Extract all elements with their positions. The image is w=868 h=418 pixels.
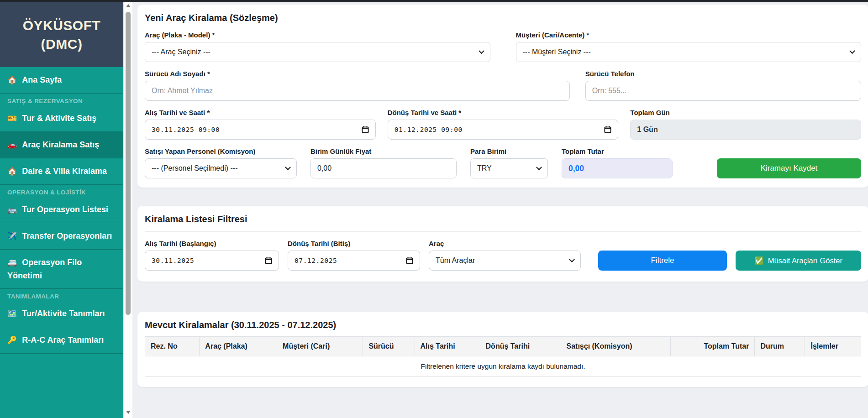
sidebar-item-operasyon-filo-yonetimi[interactable]: 🚐Operasyon Filo Yönetimi bbox=[0, 250, 123, 289]
sidebar-item-label: Tur/Aktivite Tanımları bbox=[22, 309, 105, 318]
home-icon: 🏠 bbox=[7, 76, 17, 84]
chevron-down-icon bbox=[285, 164, 291, 170]
total-days-value: 1 Gün bbox=[637, 125, 658, 134]
airplane-icon: ✈️ bbox=[7, 232, 17, 240]
show-available-vehicles-button[interactable]: ✅ Müsait Araçları Göster bbox=[736, 251, 861, 271]
total-days-label: Toplam Gün bbox=[630, 109, 861, 116]
col-header-arac-plaka: Araç (Plaka) bbox=[200, 337, 277, 356]
daily-price-input[interactable] bbox=[310, 158, 457, 178]
filter-end-date-label: Dönüş Tarihi (Bitiş) bbox=[288, 240, 420, 247]
house-icon: 🏠 bbox=[7, 167, 17, 176]
main-content: Yeni Araç Kiralama (Sözleşme) Araç (Plak… bbox=[132, 0, 868, 418]
car-icon: 🚗 bbox=[7, 141, 17, 149]
sidebar-item-label: Daire & Villa Kiralama bbox=[22, 167, 107, 176]
sidebar-item-tur-operasyon-listesi[interactable]: 🚌Tur Operasyon Listesi bbox=[0, 197, 123, 223]
world-map-icon: 🗺️ bbox=[7, 309, 17, 318]
daily-price-field: Birim Günlük Fiyat bbox=[310, 147, 457, 178]
current-rentals-title: Mevcut Kiralamalar (30.11.2025 - 07.12.2… bbox=[145, 320, 861, 330]
chevron-down-icon bbox=[479, 48, 484, 54]
daily-price-label: Birim Günlük Fiyat bbox=[310, 147, 457, 155]
bus-icon: 🚌 bbox=[7, 205, 17, 214]
driver-phone-label: Sürücü Telefon bbox=[585, 70, 861, 78]
pickup-datetime-input[interactable]: 30.11.2025 09:00 bbox=[145, 120, 376, 140]
pickup-datetime-field: Alış Tarihi ve Saati * 30.11.2025 09:00 bbox=[145, 109, 376, 140]
chevron-down-icon bbox=[569, 256, 575, 262]
salesperson-label: Satışı Yapan Personel (Komisyon) bbox=[145, 147, 297, 155]
col-header-donus-tarihi: Dönüş Tarihi bbox=[480, 337, 561, 356]
calendar-icon[interactable] bbox=[604, 126, 611, 133]
empty-results-message: Filtrelenen kritere uygun kiralama kaydı… bbox=[145, 356, 861, 377]
filter-end-date-input[interactable]: 07.12.2025 bbox=[288, 251, 420, 271]
scroll-down-icon[interactable] bbox=[126, 411, 131, 414]
sidebar-item-rac-arac-tanimlari[interactable]: 🔑R-A-C Araç Tanımları bbox=[0, 327, 123, 354]
vehicle-select[interactable]: --- Araç Seçiniz --- bbox=[145, 42, 490, 62]
ticket-icon: 🎫 bbox=[7, 114, 17, 123]
total-amount-field: Toplam Tutar bbox=[562, 147, 673, 178]
filter-start-date-input[interactable]: 30.11.2025 bbox=[145, 251, 279, 271]
rental-filter-card: Kiralama Listesi Filtresi Alış Tarihi (B… bbox=[137, 206, 868, 282]
sidebar-item-daire-villa-kiralama[interactable]: 🏠Daire & Villa Kiralama bbox=[0, 158, 123, 185]
return-datetime-input[interactable]: 01.12.2025 09:00 bbox=[388, 120, 619, 140]
driver-phone-input[interactable] bbox=[585, 81, 861, 101]
filter-end-date-value: 07.12.2025 bbox=[295, 257, 337, 264]
sidebar-item-transfer-operasyonlari[interactable]: ✈️Transfer Operasyonları bbox=[0, 223, 123, 250]
filter-button[interactable]: Filtrele bbox=[598, 251, 727, 271]
filter-vehicle-label: Araç bbox=[429, 240, 581, 247]
app-title: ÖYKÜSOFT (DMC) bbox=[6, 16, 117, 53]
rental-filter-title: Kiralama Listesi Filtresi bbox=[145, 214, 861, 225]
filter-vehicle-field: Araç Tüm Araçlar bbox=[429, 240, 581, 271]
sidebar-item-label: R-A-C Araç Tanımları bbox=[22, 335, 104, 345]
currency-select-value: TRY bbox=[477, 164, 492, 172]
sidebar-item-ana-sayfa[interactable]: 🏠Ana Sayfa bbox=[0, 67, 123, 94]
currency-select[interactable]: TRY bbox=[470, 158, 548, 178]
sidebar-item-arac-kiralama-satis[interactable]: 🚗Araç Kiralama Satış bbox=[0, 132, 123, 158]
save-rental-button[interactable]: Kiramayı Kaydet bbox=[717, 158, 861, 178]
rentals-table-header-row: Rez. No Araç (Plaka) Müşteri (Cari) Sürü… bbox=[145, 337, 861, 356]
total-amount-input[interactable] bbox=[562, 158, 673, 178]
sidebar-section-satis-rezervasyon: SATIŞ & REZERVASYON bbox=[0, 94, 123, 105]
sidebar-item-tur-aktivite-satis[interactable]: 🎫Tur & Aktivite Satış bbox=[0, 105, 123, 132]
sidebar-item-tur-aktivite-tanimlari[interactable]: 🗺️Tur/Aktivite Tanımları bbox=[0, 301, 123, 327]
divider bbox=[145, 231, 861, 232]
calendar-icon[interactable] bbox=[406, 257, 413, 264]
app-layout: ÖYKÜSOFT (DMC) 🏠Ana Sayfa SATIŞ & REZERV… bbox=[0, 0, 868, 418]
current-rentals-card: Mevcut Kiralamalar (30.11.2025 - 07.12.2… bbox=[137, 312, 868, 387]
filter-vehicle-select[interactable]: Tüm Araçlar bbox=[429, 251, 581, 271]
customer-label: Müşteri (Cari/Acente) * bbox=[516, 31, 862, 39]
rentals-table-empty-row: Filtrelenen kritere uygun kiralama kaydı… bbox=[145, 356, 861, 377]
sidebar: ÖYKÜSOFT (DMC) 🏠Ana Sayfa SATIŞ & REZERV… bbox=[0, 0, 123, 418]
vehicle-field: Araç (Plaka - Model) * --- Araç Seçiniz … bbox=[145, 31, 490, 62]
sidebar-scrollbar-thumb[interactable] bbox=[126, 12, 131, 315]
col-header-musteri-cari: Müşteri (Cari) bbox=[277, 337, 363, 356]
pickup-datetime-value: 30.11.2025 09:00 bbox=[152, 126, 220, 133]
chevron-down-icon bbox=[849, 48, 855, 54]
driver-name-label: Sürücü Adı Soyadı * bbox=[145, 70, 570, 78]
window-top-edge bbox=[0, 0, 868, 2]
chevron-down-icon bbox=[536, 164, 542, 170]
col-header-toplam-tutar: Toplam Tutar bbox=[671, 337, 755, 356]
customer-select-value: --- Müşteri Seçiniz --- bbox=[523, 48, 591, 56]
sidebar-item-label: Tur Operasyon Listesi bbox=[22, 205, 108, 214]
driver-phone-field: Sürücü Telefon bbox=[585, 70, 861, 101]
col-header-rez-no: Rez. No bbox=[145, 337, 200, 356]
driver-name-input[interactable] bbox=[145, 81, 570, 101]
checkbox-check-icon: ✅ bbox=[754, 256, 764, 265]
sidebar-section-operasyon-lojistik: OPERASYON & LOJİSTİK bbox=[0, 185, 123, 197]
scroll-up-icon[interactable] bbox=[126, 4, 131, 7]
vehicle-label: Araç (Plaka - Model) * bbox=[145, 31, 490, 39]
col-header-durum: Durum bbox=[755, 337, 805, 356]
show-available-vehicles-label: Müsait Araçları Göster bbox=[768, 256, 842, 265]
customer-select[interactable]: --- Müşteri Seçiniz --- bbox=[516, 42, 862, 62]
col-header-surucu: Sürücü bbox=[363, 337, 415, 356]
filter-button-label: Filtrele bbox=[651, 256, 674, 265]
calendar-icon[interactable] bbox=[265, 257, 272, 264]
salesperson-select-value: --- (Personel Seçilmedi) --- bbox=[152, 164, 237, 172]
driver-name-field: Sürücü Adı Soyadı * bbox=[145, 70, 570, 101]
salesperson-select[interactable]: --- (Personel Seçilmedi) --- bbox=[145, 158, 297, 178]
minibus-icon: 🚐 bbox=[7, 258, 17, 267]
calendar-icon[interactable] bbox=[362, 126, 369, 133]
return-datetime-value: 01.12.2025 09:00 bbox=[395, 126, 463, 133]
sidebar-scrollbar[interactable] bbox=[123, 0, 132, 418]
sidebar-item-label: Araç Kiralama Satış bbox=[22, 140, 99, 149]
total-days-readout: 1 Gün bbox=[630, 120, 861, 140]
